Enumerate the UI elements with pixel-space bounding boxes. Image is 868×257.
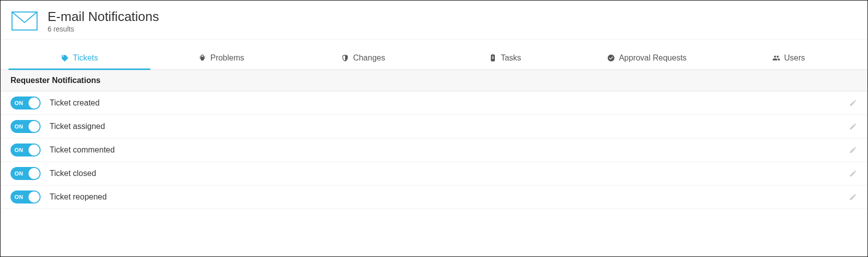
tab-changes[interactable]: Changes bbox=[292, 46, 434, 70]
toggle-ticket-assigned[interactable]: ON bbox=[11, 120, 41, 133]
notification-row: ON Ticket assigned bbox=[1, 115, 867, 138]
notification-label: Ticket closed bbox=[50, 169, 839, 178]
toggle-knob bbox=[29, 168, 40, 179]
tab-tasks[interactable]: Tasks bbox=[434, 46, 576, 70]
mail-icon bbox=[11, 11, 39, 31]
notification-row: ON Ticket created bbox=[1, 92, 867, 115]
tab-tickets[interactable]: Tickets bbox=[9, 46, 150, 70]
pencil-icon[interactable] bbox=[848, 122, 857, 131]
users-icon bbox=[772, 54, 780, 62]
notification-row: ON Ticket closed bbox=[1, 162, 867, 186]
notification-label: Ticket created bbox=[50, 98, 839, 108]
tabs-bar: Tickets Problems Changes Tasks Approval bbox=[1, 46, 867, 70]
page-title: E-mail Notifications bbox=[48, 10, 159, 24]
toggle-state-label: ON bbox=[11, 147, 24, 153]
page-header: E-mail Notifications 6 results bbox=[1, 0, 867, 40]
toggle-ticket-closed[interactable]: ON bbox=[11, 167, 41, 180]
toggle-state-label: ON bbox=[11, 170, 24, 176]
page-container: E-mail Notifications 6 results Tickets P… bbox=[0, 0, 868, 257]
tab-label: Tickets bbox=[73, 54, 98, 62]
toggle-knob bbox=[29, 192, 40, 202]
pencil-icon[interactable] bbox=[848, 146, 857, 154]
tab-label: Approval Requests bbox=[619, 54, 687, 62]
toggle-state-label: ON bbox=[11, 194, 24, 200]
toggle-knob bbox=[29, 121, 40, 132]
tab-label: Changes bbox=[353, 54, 385, 62]
pencil-icon[interactable] bbox=[848, 192, 857, 202]
toggle-knob bbox=[29, 144, 40, 156]
notification-row: ON Ticket commented bbox=[1, 138, 867, 162]
header-titles: E-mail Notifications 6 results bbox=[48, 10, 159, 33]
notification-label: Ticket reopened bbox=[50, 192, 839, 202]
clipboard-icon bbox=[489, 54, 497, 62]
notification-row: ON Ticket reopened bbox=[1, 186, 867, 209]
bug-icon bbox=[198, 54, 206, 62]
toggle-state-label: ON bbox=[11, 100, 24, 106]
tab-users[interactable]: Users bbox=[718, 46, 859, 70]
tab-problems[interactable]: Problems bbox=[150, 46, 292, 70]
pencil-icon[interactable] bbox=[848, 98, 857, 108]
toggle-ticket-reopened[interactable]: ON bbox=[11, 190, 41, 204]
toggle-state-label: ON bbox=[11, 124, 24, 130]
check-circle-icon bbox=[607, 54, 615, 62]
tab-label: Tasks bbox=[501, 54, 521, 62]
tag-icon bbox=[61, 54, 69, 62]
pencil-icon[interactable] bbox=[848, 169, 857, 178]
notification-label: Ticket commented bbox=[50, 146, 839, 154]
page-subtitle: 6 results bbox=[48, 25, 159, 33]
tab-label: Users bbox=[784, 54, 805, 62]
section-header: Requester Notifications bbox=[1, 70, 867, 92]
tab-label: Problems bbox=[210, 54, 244, 62]
toggle-knob bbox=[29, 98, 40, 108]
shield-icon bbox=[341, 54, 349, 62]
tab-approval-requests[interactable]: Approval Requests bbox=[576, 46, 718, 70]
toggle-ticket-created[interactable]: ON bbox=[11, 96, 41, 110]
toggle-ticket-commented[interactable]: ON bbox=[11, 144, 41, 156]
notification-label: Ticket assigned bbox=[50, 122, 839, 131]
